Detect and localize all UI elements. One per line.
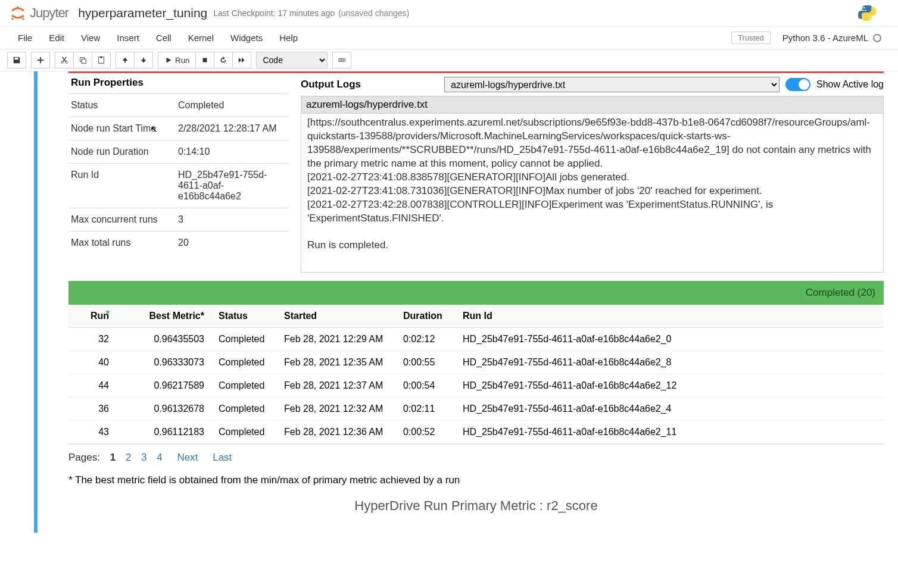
- cell-run: 43: [68, 421, 116, 444]
- paste-button[interactable]: [92, 52, 111, 68]
- cell-run-id: HD_25b47e91-755d-4611-a0af-e16b8c44a6e2_…: [456, 374, 884, 398]
- menubar: File Edit View Insert Cell Kernel Widget…: [0, 27, 898, 49]
- show-active-label: Show Active log: [816, 79, 884, 90]
- log-body[interactable]: [https://southcentralus.experiments.azur…: [301, 113, 884, 273]
- output-logs: Output Logs azureml-logs/hyperdrive.txt …: [301, 73, 884, 273]
- python-icon: [858, 4, 877, 23]
- menu-widgets[interactable]: Widgets: [222, 30, 271, 45]
- duration-value: 0:14:10: [178, 146, 286, 157]
- table-row[interactable]: 430.96112183CompletedFeb 28, 2021 12:36 …: [68, 421, 884, 444]
- cell-status: Completed: [211, 351, 277, 374]
- menu-kernel[interactable]: Kernel: [180, 30, 222, 45]
- col-started[interactable]: Started: [277, 305, 396, 328]
- col-status[interactable]: Status: [211, 305, 277, 328]
- log-path-display: azureml-logs/hyperdrive.txt: [301, 96, 884, 113]
- run-label: Run: [175, 56, 189, 65]
- cell-duration: 0:02:12: [396, 328, 456, 351]
- restart-button[interactable]: [214, 52, 233, 68]
- start-time-value: 2/28/2021 12:28:17 AM: [178, 123, 286, 134]
- max-total-value: 20: [178, 237, 286, 248]
- restart-run-all-button[interactable]: [233, 52, 251, 68]
- cell-metric: 0.96217589: [116, 374, 211, 398]
- cell-run: 44: [68, 374, 116, 398]
- pager-page-3[interactable]: 3: [141, 452, 146, 463]
- table-row[interactable]: 320.96435503CompletedFeb 28, 2021 12:29 …: [68, 328, 884, 351]
- kernel-indicator[interactable]: Python 3.6 - AzureML: [782, 33, 881, 43]
- cell-run-id: HD_25b47e91-755d-4611-a0af-e16b8c44a6e2_…: [456, 328, 884, 351]
- menu-help[interactable]: Help: [271, 30, 306, 45]
- cell-started: Feb 28, 2021 12:35 AM: [277, 351, 396, 374]
- svg-rect-15: [343, 60, 344, 61]
- pager-next[interactable]: Next: [177, 452, 198, 463]
- cell-duration: 0:00:52: [396, 421, 456, 444]
- svg-rect-13: [340, 60, 341, 61]
- cell-run-id: HD_25b47e91-755d-4611-a0af-e16b8c44a6e2_…: [456, 351, 884, 374]
- cell-status: Completed: [211, 328, 277, 351]
- cell-metric: 0.96132678: [116, 398, 211, 421]
- trusted-badge[interactable]: Trusted: [731, 32, 771, 44]
- cell-metric: 0.96435503: [116, 328, 211, 351]
- menu-edit[interactable]: Edit: [40, 30, 73, 45]
- cell-type-select[interactable]: Code: [256, 52, 328, 68]
- menu-cell[interactable]: Cell: [148, 30, 180, 45]
- col-run[interactable]: Run▼: [68, 305, 116, 328]
- add-cell-button[interactable]: [31, 52, 50, 68]
- table-row[interactable]: 360.96132678CompletedFeb 28, 2021 12:32 …: [68, 398, 884, 421]
- svg-rect-8: [82, 59, 86, 63]
- notebook-name[interactable]: hyperparameter_tuning: [78, 6, 207, 20]
- jupyter-logo-text: Jupyter: [30, 5, 68, 21]
- run-table: Run▼ Best Metric* Status Started Duratio…: [68, 305, 884, 444]
- cell-metric: 0.96112183: [116, 421, 211, 444]
- menu-view[interactable]: View: [73, 30, 108, 45]
- cell-started: Feb 28, 2021 12:29 AM: [277, 328, 396, 351]
- cell-run: 32: [68, 328, 116, 351]
- log-file-select[interactable]: azureml-logs/hyperdrive.txt: [444, 77, 779, 92]
- table-row[interactable]: 440.96217589CompletedFeb 28, 2021 12:37 …: [68, 374, 884, 398]
- pager-current: 1: [110, 452, 116, 463]
- svg-point-1: [22, 18, 24, 20]
- svg-rect-14: [342, 60, 343, 61]
- pager: Pages: 1 2 3 4 Next Last: [68, 445, 884, 471]
- col-run-id[interactable]: Run Id: [456, 305, 884, 328]
- copy-button[interactable]: [74, 52, 92, 68]
- svg-point-4: [869, 18, 871, 20]
- pager-label: Pages:: [68, 452, 100, 463]
- cell-status: Completed: [211, 398, 277, 421]
- notebook-area[interactable]: Run Properties StatusCompleted Node run …: [0, 71, 898, 586]
- cell-duration: 0:00:55: [396, 351, 456, 374]
- svg-point-5: [61, 61, 64, 64]
- show-active-toggle[interactable]: [785, 78, 810, 91]
- svg-point-2: [12, 18, 14, 20]
- col-duration[interactable]: Duration: [396, 305, 456, 328]
- status-label: Status: [71, 100, 178, 111]
- max-total-label: Max total runs: [71, 237, 178, 248]
- save-button[interactable]: [7, 52, 26, 68]
- stop-button[interactable]: [196, 52, 214, 68]
- table-row[interactable]: 400.96333073CompletedFeb 28, 2021 12:35 …: [68, 351, 884, 374]
- command-palette-button[interactable]: [332, 52, 351, 68]
- svg-point-6: [66, 61, 68, 64]
- run-button[interactable]: Run: [158, 52, 196, 68]
- cell-duration: 0:00:54: [396, 374, 456, 398]
- col-best-metric[interactable]: Best Metric*: [116, 305, 211, 328]
- cell-run: 36: [68, 398, 116, 421]
- move-up-button[interactable]: [116, 52, 135, 68]
- pager-page-4[interactable]: 4: [157, 452, 162, 463]
- cell-duration: 0:02:11: [396, 398, 456, 421]
- pager-page-2[interactable]: 2: [126, 452, 131, 463]
- jupyter-logo[interactable]: Jupyter: [10, 5, 68, 21]
- pager-last[interactable]: Last: [213, 452, 232, 463]
- max-concurrent-label: Max concurrent runs: [71, 214, 178, 225]
- menu-file[interactable]: File: [10, 30, 40, 45]
- menu-insert[interactable]: Insert: [108, 30, 148, 45]
- move-down-button[interactable]: [135, 52, 153, 68]
- svg-point-3: [863, 7, 865, 9]
- run-table-scroll[interactable]: Run▼ Best Metric* Status Started Duratio…: [68, 305, 884, 445]
- kernel-status-icon: [873, 34, 881, 42]
- cell-run: 40: [68, 351, 116, 374]
- cut-button[interactable]: [55, 52, 74, 68]
- max-concurrent-value: 3: [178, 214, 286, 225]
- footnote: * The best metric field is obtained from…: [68, 474, 884, 486]
- run-properties-heading: Run Properties: [68, 73, 289, 93]
- sort-down-icon: ▼: [104, 308, 111, 317]
